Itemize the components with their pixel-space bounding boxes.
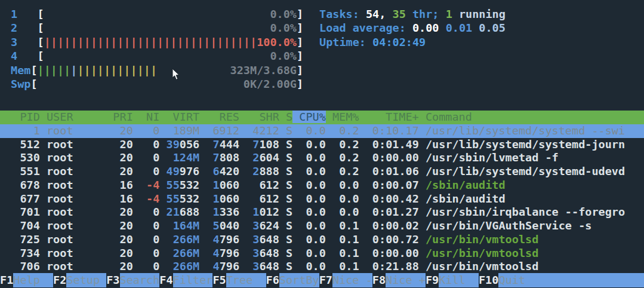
cell-virt-pad bbox=[159, 151, 172, 164]
cpu-meter-3-value: 100.0% bbox=[257, 36, 297, 48]
table-row[interactable]: 706 root 20 0 266M 4796 3648 S 0.0 0.1 0… bbox=[0, 260, 644, 274]
column-header-shr[interactable]: SHR bbox=[239, 111, 279, 123]
swap-meter: Swp[ 0K/2.00G] bbox=[11, 77, 303, 91]
cell-cpu: 0.0 bbox=[306, 219, 325, 232]
cell-pid-pad bbox=[0, 179, 20, 191]
fnkey-f8[interactable]: F8 bbox=[372, 273, 386, 287]
fnkey-f6[interactable]: F6 bbox=[266, 273, 279, 287]
cell-shr: 3 bbox=[252, 219, 259, 232]
fnkey-f1-label[interactable]: Help bbox=[13, 273, 53, 287]
cell-res: 1 bbox=[212, 179, 219, 191]
cell-pid-pad bbox=[0, 124, 33, 137]
column-header-res[interactable]: RES bbox=[199, 111, 239, 123]
cpu-meter-1-value: 0.0% bbox=[270, 8, 297, 20]
fnkey-f7-label[interactable]: Nice - bbox=[332, 273, 372, 287]
cell-shr: 1 bbox=[252, 206, 259, 218]
fnkey-f3[interactable]: F3 bbox=[106, 273, 119, 287]
cell-virt: 49 bbox=[167, 165, 180, 177]
cell-ni-pad bbox=[133, 247, 153, 259]
cell-ni-pad bbox=[133, 138, 153, 151]
table-row[interactable]: 704 root 20 0 164M 5040 3624 S 0.0 0.1 0… bbox=[0, 219, 644, 233]
column-header-user[interactable]: USER bbox=[40, 111, 113, 123]
cell-res-pad bbox=[199, 247, 212, 259]
table-row[interactable]: 678 root 16 -4 55532 1060 612 S 0.0 0.0 … bbox=[0, 179, 644, 192]
fnkey-f5-label[interactable]: Tree bbox=[226, 273, 266, 287]
fnkey-f9-label[interactable]: Kill bbox=[439, 273, 479, 287]
cell-ni-pad bbox=[133, 233, 153, 246]
cell-pri: 20 bbox=[120, 151, 133, 164]
fnkey-f8-label[interactable]: Nice + bbox=[386, 273, 426, 287]
uptime-value: 04:02:49 bbox=[372, 36, 426, 48]
cell-virt: 164M bbox=[173, 219, 200, 232]
column-header-mem[interactable]: MEM% bbox=[326, 111, 359, 123]
load-average-label: Load average: bbox=[319, 22, 412, 34]
cell-pid-pad bbox=[0, 247, 20, 259]
cell-pid-pad bbox=[0, 151, 20, 164]
cell-time-pad bbox=[359, 138, 372, 151]
fnkey-f1[interactable]: F1 bbox=[0, 273, 13, 287]
table-row[interactable]: 551 root 20 0 49976 6420 2888 S 0.0 0.2 … bbox=[0, 165, 644, 179]
cpu-meter-3-bars: |||||||||||||||||||||||||||||||| bbox=[44, 36, 257, 48]
column-header-command[interactable]: Command bbox=[419, 111, 472, 123]
fnkey-f4-label[interactable]: Filter bbox=[173, 273, 213, 287]
table-row[interactable]: 530 root 20 0 124M 7808 2604 S 0.0 0.2 0… bbox=[0, 151, 644, 165]
table-row[interactable]: 512 root 20 0 39056 7444 7108 S 0.0 0.2 … bbox=[0, 138, 644, 152]
fnkey-f6-label[interactable]: SortBy bbox=[279, 273, 319, 287]
fnkey-f7[interactable]: F7 bbox=[319, 273, 332, 287]
cell-mem-pad bbox=[326, 247, 339, 259]
cell-res: 4 bbox=[212, 233, 219, 246]
cell-res-pad bbox=[199, 260, 212, 272]
load-15min: 0.05 bbox=[479, 22, 506, 34]
meter-bracket-close: ] bbox=[297, 78, 303, 90]
meter-space bbox=[157, 64, 230, 76]
cell-pid-pad bbox=[0, 260, 20, 272]
fnkey-f5[interactable]: F5 bbox=[212, 273, 226, 287]
cell-res: 808 bbox=[220, 151, 239, 164]
cell-virt-pad bbox=[159, 260, 172, 272]
column-header-pri[interactable]: PRI bbox=[113, 111, 133, 123]
table-row[interactable]: 725 root 20 0 266M 4796 3648 S 0.0 0.1 0… bbox=[0, 233, 644, 247]
fnkey-f10[interactable]: F10 bbox=[479, 273, 498, 287]
column-header-cpu[interactable]: CPU% bbox=[292, 111, 326, 123]
cell-res-pad bbox=[199, 192, 212, 205]
cell-pri: 16 bbox=[120, 179, 133, 191]
fnkey-f2[interactable]: F2 bbox=[53, 273, 66, 287]
fnkey-f4[interactable]: F4 bbox=[159, 273, 172, 287]
cell-user: root bbox=[40, 151, 113, 164]
cell-user: root bbox=[40, 165, 113, 177]
cell-virt-pad bbox=[159, 192, 166, 205]
cell-shr-pad bbox=[239, 124, 252, 137]
tasks-line: Tasks: 54, 35 thr; 1 running bbox=[319, 7, 506, 21]
column-header-s[interactable]: S bbox=[279, 111, 292, 123]
column-header-time[interactable]: TIME+ bbox=[359, 111, 419, 123]
fnkey-f9[interactable]: F9 bbox=[426, 273, 439, 287]
table-row[interactable]: 677 root 16 -4 55532 1060 612 S 0.0 0.0 … bbox=[0, 192, 644, 206]
table-row[interactable]: 734 root 20 0 266M 4796 3648 S 0.0 0.1 0… bbox=[0, 247, 644, 261]
cell-shr: 648 bbox=[259, 247, 279, 259]
cell-virt: 21 bbox=[167, 206, 180, 218]
cell-pri-pad bbox=[113, 165, 119, 177]
column-header-pid[interactable]: PID bbox=[0, 111, 40, 123]
cell-shr: 604 bbox=[259, 151, 279, 164]
function-key-bar: F1Help F2Setup F3Search F4Filter F5Tree … bbox=[0, 273, 644, 287]
cell-pid-pad bbox=[0, 219, 20, 232]
cell-cpu-pad bbox=[292, 179, 306, 191]
cell-shr: 7 bbox=[252, 138, 259, 151]
table-row-selected[interactable]: 1 root 20 0 189M 6912 4212 S 0.0 0.2 0:1… bbox=[0, 124, 644, 138]
meter-bracket-open: [ bbox=[38, 22, 44, 34]
cell-res: 1 bbox=[212, 206, 219, 218]
cell-time-pad bbox=[359, 179, 372, 191]
cell-command: /usr/lib/systemd/systemd-journ bbox=[419, 138, 625, 151]
column-header-ni[interactable]: NI bbox=[133, 111, 160, 123]
cell-res: 796 bbox=[220, 247, 239, 259]
fnkey-f2-label[interactable]: Setup bbox=[66, 273, 106, 287]
fnkey-f10-label[interactable]: Quit bbox=[498, 273, 644, 287]
cell-command: /usr/bin/vmtoolsd bbox=[419, 233, 538, 246]
cell-shr: 012 bbox=[259, 206, 279, 218]
fnkey-f3-label[interactable]: Search bbox=[120, 273, 160, 287]
column-header-virt[interactable]: VIRT bbox=[159, 111, 199, 123]
cell-shr: 888 bbox=[259, 165, 279, 177]
table-row[interactable]: 701 root 20 0 21688 1336 1012 S 0.0 0.0 … bbox=[0, 206, 644, 219]
cell-pid-pad bbox=[0, 233, 20, 246]
cell-cpu-pad bbox=[292, 138, 306, 151]
